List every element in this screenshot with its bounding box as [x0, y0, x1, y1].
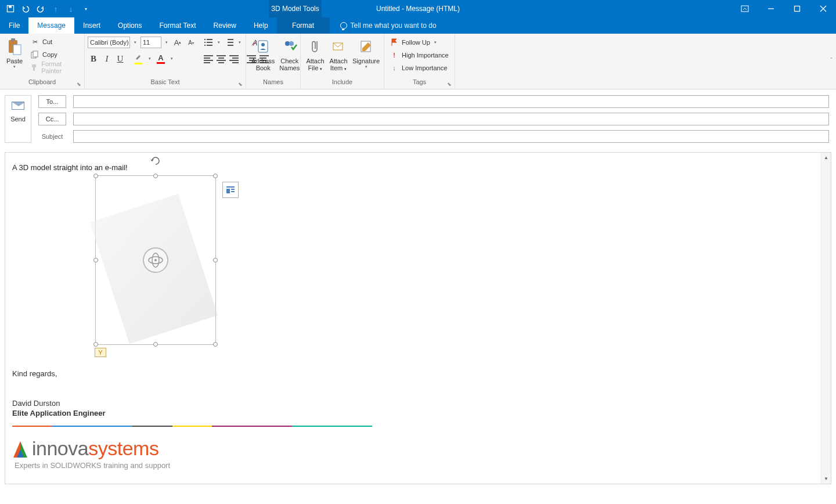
copy-icon [30, 50, 39, 59]
redo-icon[interactable] [34, 2, 48, 16]
resize-handle[interactable] [93, 258, 98, 262]
signature-button[interactable]: Signature ▾ [350, 35, 382, 78]
align-right-icon[interactable] [228, 53, 240, 64]
sender-role: Elite Application Engineer [12, 409, 820, 417]
save-icon[interactable] [3, 2, 17, 16]
align-center-icon[interactable] [215, 53, 227, 64]
window-title: Untitled - Message (HTML) [0, 5, 836, 13]
to-button[interactable]: To... [38, 95, 66, 108]
attach-file-button[interactable]: Attach File ▾ [304, 35, 327, 78]
chevron-down-icon[interactable]: ▾ [236, 40, 243, 45]
highlight-button[interactable] [133, 53, 145, 64]
tab-review[interactable]: Review [205, 17, 245, 34]
3d-model-selection[interactable] [95, 175, 216, 345]
minimize-icon[interactable] [758, 0, 784, 17]
check-names-button[interactable]: Check Names [277, 35, 302, 78]
message-body-container: A 3D model straight into an e-mail! Kind… [5, 152, 831, 484]
orbit-icon[interactable] [143, 247, 168, 273]
chevron-down-icon[interactable]: ▾ [146, 56, 153, 61]
customize-qat-icon[interactable]: ▾ [79, 2, 93, 16]
resize-handle[interactable] [153, 342, 158, 347]
resize-handle[interactable] [153, 174, 158, 178]
group-names: Address Book Check Names Names [246, 34, 301, 89]
underline-button[interactable]: U [114, 53, 126, 64]
layout-options-icon[interactable] [222, 182, 239, 198]
font-size-input[interactable]: 11 [140, 37, 161, 48]
grow-font-icon[interactable]: A▴ [172, 37, 183, 48]
clipboard-launcher-icon[interactable]: ⬊ [75, 81, 82, 88]
align-left-icon[interactable] [203, 53, 214, 64]
svg-rect-1 [9, 6, 12, 8]
tab-message[interactable]: Message [28, 17, 74, 34]
chevron-down-icon[interactable]: ▾ [163, 40, 170, 45]
rotate-handle-icon[interactable] [150, 155, 161, 167]
scroll-down-icon[interactable]: ▼ [821, 474, 831, 484]
low-importance-button[interactable]: ↓Low Importance [387, 62, 451, 74]
cut-button[interactable]: ✂Cut [28, 35, 81, 48]
send-button[interactable]: Send [5, 95, 31, 143]
shrink-font-icon[interactable]: A▾ [185, 37, 197, 48]
address-book-button[interactable]: Address Book [249, 35, 277, 78]
format-painter-button: Format Painter [28, 61, 81, 74]
resize-handle[interactable] [213, 258, 218, 262]
maximize-icon[interactable] [784, 0, 810, 17]
resize-handle[interactable] [93, 342, 98, 347]
cc-input[interactable] [73, 113, 829, 125]
collapse-ribbon-icon[interactable]: ˆ [830, 57, 833, 64]
cc-button[interactable]: Cc... [38, 113, 66, 125]
font-color-button[interactable]: A [155, 53, 167, 64]
subject-input[interactable] [73, 130, 829, 143]
resize-handle[interactable] [213, 174, 218, 178]
undo-icon[interactable] [19, 2, 33, 16]
follow-up-button[interactable]: Follow Up▾ [387, 36, 451, 49]
attach-item-icon [329, 37, 348, 56]
numbering-button[interactable] [224, 37, 235, 48]
tab-format-3d[interactable]: Format [277, 17, 330, 34]
tags-launcher-icon[interactable]: ⬊ [446, 81, 453, 88]
resize-handle[interactable] [93, 174, 98, 178]
basic-text-launcher-icon[interactable]: ⬊ [237, 81, 244, 88]
message-body[interactable]: A 3D model straight into an e-mail! Kind… [5, 153, 831, 484]
chevron-down-icon[interactable]: ▾ [132, 40, 139, 45]
chevron-down-icon[interactable]: ▾ [168, 56, 175, 61]
tab-file[interactable]: File [0, 17, 28, 34]
group-clipboard: Paste ▾ ✂Cut Copy Format Painter Clipboa… [0, 34, 85, 89]
signature-icon [357, 37, 376, 56]
svg-rect-2 [741, 6, 748, 12]
tab-insert[interactable]: Insert [74, 17, 109, 34]
italic-button[interactable]: I [101, 53, 113, 64]
close-icon[interactable] [810, 0, 836, 17]
contextual-tab-header: 3D Model Tools [269, 0, 322, 17]
to-input[interactable] [73, 95, 829, 108]
window-controls [732, 0, 836, 17]
ribbon-display-icon[interactable] [732, 0, 758, 17]
tab-format-text[interactable]: Format Text [150, 17, 204, 34]
smart-tag-icon[interactable] [95, 348, 106, 357]
kind-regards: Kind regards, [12, 369, 820, 378]
vertical-scrollbar[interactable]: ▲ ▼ [821, 153, 831, 484]
group-label-names: Names [263, 78, 283, 85]
next-icon: ↓ [64, 2, 78, 16]
resize-handle[interactable] [213, 342, 218, 347]
tab-help[interactable]: Help [245, 17, 277, 34]
paste-button[interactable]: Paste ▾ [3, 35, 26, 78]
attach-item-button[interactable]: Attach Item ▾ [327, 35, 350, 78]
sender-name: David Durston [12, 399, 820, 408]
bullets-button[interactable] [203, 37, 214, 48]
svg-point-22 [154, 259, 157, 261]
tab-options[interactable]: Options [109, 17, 150, 34]
signature-block: Kind regards, David Durston Elite Applic… [12, 369, 820, 484]
svg-rect-4 [794, 6, 799, 12]
tell-me-label: Tell me what you want to do [351, 21, 437, 30]
font-family-input[interactable]: Calibri (Body) [88, 37, 130, 48]
chevron-down-icon[interactable]: ▾ [215, 40, 222, 45]
copy-button[interactable]: Copy [28, 48, 81, 61]
bold-button[interactable]: B [88, 53, 99, 64]
company-logo: innovasystems [12, 437, 820, 460]
svg-rect-26 [231, 191, 235, 192]
high-importance-button[interactable]: !High Importance [387, 49, 451, 62]
scroll-track[interactable] [821, 163, 831, 474]
quick-access-toolbar: ↑ ↓ ▾ [0, 2, 93, 16]
scroll-up-icon[interactable]: ▲ [821, 153, 831, 163]
tell-me-search[interactable]: Tell me what you want to do [330, 17, 445, 34]
